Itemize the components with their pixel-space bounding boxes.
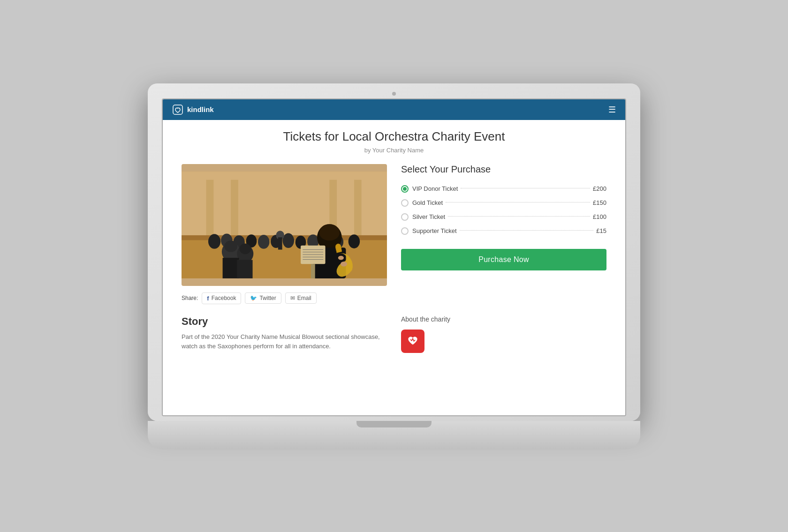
story-title: Story [182,315,387,328]
ticket-name-gold: Gold Ticket [412,199,443,206]
twitter-share-button[interactable]: 🐦 Twitter [245,292,281,304]
email-icon: ✉ [290,295,295,301]
ticket-name-vip: VIP Donor Ticket [412,185,458,192]
twitter-icon: 🐦 [250,295,257,301]
ticket-price-supporter: £15 [596,227,606,234]
brand-name: kindlink [187,105,214,113]
email-share-button[interactable]: ✉ Email [285,292,317,304]
purchase-now-button[interactable]: Purchase Now [401,249,606,270]
about-section: About the charity [401,315,606,353]
dots-gold [446,202,590,202]
purchase-section-title: Select Your Purchase [401,164,606,175]
laptop-camera [392,92,396,96]
radio-vip[interactable] [401,185,409,193]
ticket-price-silver: £100 [593,213,606,220]
svg-rect-27 [311,264,315,278]
twitter-label: Twitter [259,295,276,301]
about-title: About the charity [401,315,606,323]
navbar: kindlink ☰ [163,99,625,120]
email-label: Email [297,295,311,301]
left-column: Share: f Facebook 🐦 Twitter [182,164,387,304]
content-grid: Share: f Facebook 🐦 Twitter [182,164,606,304]
svg-rect-0 [173,105,182,114]
laptop-screen: kindlink ☰ Tickets for Local Orchestra C… [162,98,626,416]
orchestra-image-svg [182,164,387,286]
charity-logo [401,330,424,353]
story-text: Part of the 2020 Your Charity Name Music… [182,332,387,352]
ticket-name-supporter: Supporter Ticket [412,227,457,234]
ticket-price-gold: £150 [593,199,606,206]
svg-point-24 [319,224,340,240]
bottom-grid: Story Part of the 2020 Your Charity Name… [182,315,606,353]
ticket-option-gold[interactable]: Gold Ticket £150 [401,199,606,207]
svg-point-13 [258,235,270,249]
svg-rect-22 [278,237,282,249]
facebook-label: Facebook [212,295,236,301]
page-content: kindlink ☰ Tickets for Local Orchestra C… [163,99,625,415]
hamburger-icon[interactable]: ☰ [608,105,616,115]
charity-heart-icon [406,335,419,348]
radio-supporter[interactable] [401,227,409,235]
svg-point-33 [341,261,347,266]
svg-point-9 [208,234,220,249]
ticket-option-vip[interactable]: VIP Donor Ticket £200 [401,185,606,193]
ticket-name-silver: Silver Ticket [412,213,445,220]
page-title: Tickets for Local Orchestra Charity Even… [182,129,606,144]
ticket-option-silver[interactable]: Silver Ticket £100 [401,213,606,221]
radio-gold[interactable] [401,199,409,207]
ticket-option-supporter[interactable]: Supporter Ticket £15 [401,227,606,235]
laptop-base [148,421,640,449]
share-label: Share: [182,295,198,301]
svg-rect-39 [223,258,239,278]
ticket-options: VIP Donor Ticket £200 Gold Ticket £15 [401,185,606,235]
right-column: Select Your Purchase VIP Donor Ticket [401,164,606,270]
story-section: Story Part of the 2020 Your Charity Name… [182,315,387,353]
dots-vip [461,188,590,188]
page-subtitle: by Your Charity Name [182,147,606,154]
kindlink-logo-icon [172,104,183,115]
svg-point-34 [338,255,344,260]
dots-silver [448,216,590,217]
share-row: Share: f Facebook 🐦 Twitter [182,292,387,304]
svg-point-20 [349,234,360,248]
main-content: Tickets for Local Orchestra Charity Even… [163,120,625,372]
facebook-share-button[interactable]: f Facebook [202,292,241,304]
radio-vip-inner [403,187,407,191]
svg-rect-26 [301,245,326,263]
svg-point-15 [282,233,294,248]
laptop-notch [356,421,432,427]
facebook-icon: f [207,295,209,302]
event-image [182,164,387,286]
svg-point-36 [224,240,237,252]
dots-supporter [460,230,594,231]
svg-rect-40 [237,260,252,278]
svg-point-38 [240,243,251,254]
navbar-brand: kindlink [172,104,214,115]
radio-silver[interactable] [401,213,409,221]
ticket-price-vip: £200 [593,185,606,192]
